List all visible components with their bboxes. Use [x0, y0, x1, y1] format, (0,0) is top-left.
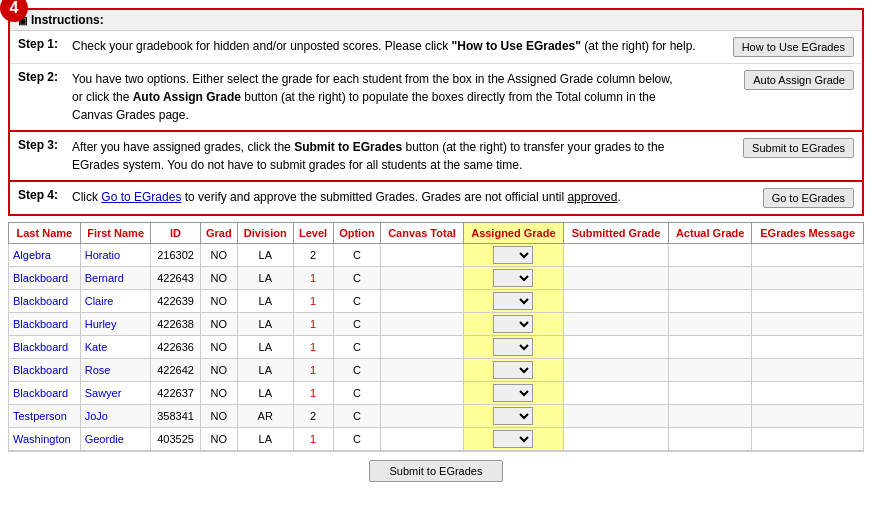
cell-egrades-message	[752, 359, 864, 382]
cell-actual-grade	[669, 267, 752, 290]
cell-lastname: Blackboard	[9, 336, 81, 359]
cell-firstname: Geordie	[80, 428, 151, 451]
col-header-actual-grade: Actual Grade	[669, 223, 752, 244]
cell-assigned-grade[interactable]: A B C D E	[463, 267, 563, 290]
cell-canvas-total	[381, 405, 463, 428]
cell-firstname: Rose	[80, 359, 151, 382]
cell-assigned-grade[interactable]: A B C D E	[463, 428, 563, 451]
cell-canvas-total	[381, 382, 463, 405]
cell-lastname: Blackboard	[9, 290, 81, 313]
cell-grad: NO	[200, 267, 237, 290]
assigned-grade-select[interactable]: A B C D E	[493, 338, 533, 356]
cell-lastname: Blackboard	[9, 313, 81, 336]
cell-assigned-grade[interactable]: A B C D E	[463, 336, 563, 359]
cell-option: C	[333, 336, 381, 359]
cell-assigned-grade[interactable]: A B C D E	[463, 244, 563, 267]
step1-btn-area: How to Use EGrades	[733, 37, 854, 57]
cell-submitted-grade	[564, 290, 669, 313]
col-header-grad: Grad	[200, 223, 237, 244]
table-row: Blackboard Claire 422639 NO LA 1 C A B C…	[9, 290, 864, 313]
cell-option: C	[333, 290, 381, 313]
cell-option: C	[333, 313, 381, 336]
cell-canvas-total	[381, 428, 463, 451]
cell-assigned-grade[interactable]: A B C D E	[463, 359, 563, 382]
step3-text: After you have assigned grades, click th…	[72, 138, 729, 174]
cell-level: 1	[293, 382, 333, 405]
submit-to-egrades-button-footer[interactable]: Submit to EGrades	[369, 460, 504, 482]
cell-submitted-grade	[564, 244, 669, 267]
cell-grad: NO	[200, 428, 237, 451]
cell-level: 2	[293, 405, 333, 428]
cell-firstname: Bernard	[80, 267, 151, 290]
cell-grad: NO	[200, 244, 237, 267]
cell-assigned-grade[interactable]: A B C D E	[463, 405, 563, 428]
cell-option: C	[333, 405, 381, 428]
assigned-grade-select[interactable]: A B C D E	[493, 361, 533, 379]
cell-division: LA	[237, 428, 293, 451]
col-header-firstname: First Name	[80, 223, 151, 244]
cell-grad: NO	[200, 359, 237, 382]
cell-id: 358341	[151, 405, 200, 428]
table-row: Algebra Horatio 216302 NO LA 2 C A B C D…	[9, 244, 864, 267]
cell-id: 422639	[151, 290, 200, 313]
assigned-grade-select[interactable]: A B C D E	[493, 246, 533, 264]
cell-grad: NO	[200, 382, 237, 405]
cell-submitted-grade	[564, 267, 669, 290]
assigned-grade-select[interactable]: A B C D E	[493, 430, 533, 448]
cell-actual-grade	[669, 336, 752, 359]
cell-id: 422637	[151, 382, 200, 405]
cell-egrades-message	[752, 428, 864, 451]
cell-firstname: Horatio	[80, 244, 151, 267]
cell-actual-grade	[669, 290, 752, 313]
step2-btn-area: Auto Assign Grade	[744, 70, 854, 90]
submit-to-egrades-button-top[interactable]: Submit to EGrades	[743, 138, 854, 158]
cell-egrades-message	[752, 336, 864, 359]
assigned-grade-select[interactable]: A B C D E	[493, 269, 533, 287]
assigned-grade-select[interactable]: A B C D E	[493, 384, 533, 402]
assigned-grade-select[interactable]: A B C D E	[493, 407, 533, 425]
cell-submitted-grade	[564, 336, 669, 359]
cell-assigned-grade[interactable]: A B C D E	[463, 382, 563, 405]
table-row: Blackboard Sawyer 422637 NO LA 1 C A B C…	[9, 382, 864, 405]
cell-canvas-total	[381, 336, 463, 359]
col-header-level: Level	[293, 223, 333, 244]
cell-id: 422642	[151, 359, 200, 382]
table-row: Washington Geordie 403525 NO LA 1 C A B …	[9, 428, 864, 451]
step3-btn-area: Submit to EGrades	[743, 138, 854, 158]
instructions-title: Instructions:	[31, 13, 104, 27]
auto-assign-grade-button[interactable]: Auto Assign Grade	[744, 70, 854, 90]
cell-egrades-message	[752, 313, 864, 336]
cell-level: 1	[293, 290, 333, 313]
go-to-egrades-button[interactable]: Go to EGrades	[763, 188, 854, 208]
cell-grad: NO	[200, 313, 237, 336]
assigned-grade-select[interactable]: A B C D E	[493, 292, 533, 310]
cell-division: LA	[237, 313, 293, 336]
cell-level: 1	[293, 359, 333, 382]
cell-submitted-grade	[564, 405, 669, 428]
table-row: Testperson JoJo 358341 NO AR 2 C A B C D…	[9, 405, 864, 428]
cell-firstname: Hurley	[80, 313, 151, 336]
instructions-header: ▣ Instructions:	[10, 10, 862, 31]
cell-actual-grade	[669, 359, 752, 382]
step3-row: Step 3: After you have assigned grades, …	[10, 132, 862, 182]
cell-lastname: Blackboard	[9, 359, 81, 382]
col-header-submitted-grade: Submitted Grade	[564, 223, 669, 244]
cell-actual-grade	[669, 405, 752, 428]
cell-assigned-grade[interactable]: A B C D E	[463, 313, 563, 336]
cell-canvas-total	[381, 244, 463, 267]
col-header-canvas-total: Canvas Total	[381, 223, 463, 244]
cell-id: 422643	[151, 267, 200, 290]
cell-lastname: Blackboard	[9, 267, 81, 290]
step4-label: Step 4:	[18, 188, 66, 202]
go-to-egrades-link[interactable]: Go to EGrades	[101, 190, 181, 204]
cell-submitted-grade	[564, 428, 669, 451]
cell-assigned-grade[interactable]: A B C D E	[463, 290, 563, 313]
cell-submitted-grade	[564, 359, 669, 382]
cell-actual-grade	[669, 244, 752, 267]
cell-actual-grade	[669, 382, 752, 405]
cell-division: LA	[237, 336, 293, 359]
how-to-use-egrades-button[interactable]: How to Use EGrades	[733, 37, 854, 57]
cell-actual-grade	[669, 313, 752, 336]
assigned-grade-select[interactable]: A B C D E	[493, 315, 533, 333]
grades-table: Last Name First Name ID Grad Division Le…	[8, 222, 864, 451]
